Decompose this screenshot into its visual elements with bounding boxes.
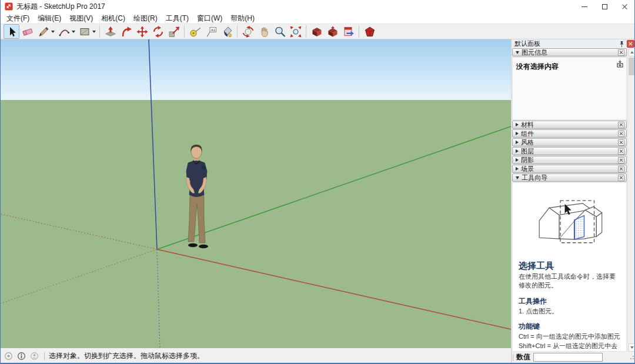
share-model-button[interactable] (325, 24, 340, 39)
line-tool-button[interactable] (35, 24, 51, 39)
line-dropdown-arrow[interactable] (51, 31, 55, 33)
instructor-header[interactable]: 工具向导 (512, 173, 627, 182)
menu-file[interactable]: 文件(F) (2, 13, 34, 24)
instructor-key-shift-ctrl: Shift+Ctrl = 从一组选定的图元中去掉某个图元 (519, 342, 621, 352)
extension-warehouse-icon (342, 25, 355, 38)
instructor-close-button[interactable] (618, 175, 624, 181)
claim-credit-icon[interactable] (17, 352, 26, 360)
section-close-button[interactable] (618, 166, 624, 172)
status-message: 选择对象。切换到扩充选择。拖动鼠标选择多项。 (49, 351, 204, 361)
expand-icon (516, 167, 519, 171)
scroll-up-button[interactable] (629, 48, 635, 56)
select-tool-button[interactable] (4, 24, 19, 39)
menu-tools[interactable]: 工具(T) (162, 13, 193, 24)
panel-scrollbar[interactable] (627, 48, 635, 352)
menu-edit[interactable]: 编辑(E) (34, 13, 65, 24)
instructor-title: 工具向导 (522, 173, 618, 182)
pin-icon[interactable] (619, 41, 625, 48)
section-styles[interactable]: 风格 (512, 138, 627, 146)
axis-green-dotted (1, 249, 157, 303)
sign-in-icon[interactable] (30, 352, 39, 360)
3d-warehouse-icon (310, 25, 323, 38)
minimize-icon (581, 6, 587, 7)
pencil-icon (37, 25, 50, 38)
toolbar-separator (359, 25, 359, 38)
scrollbar-thumb[interactable] (629, 58, 635, 75)
model-viewport[interactable] (1, 39, 511, 348)
section-close-button[interactable] (618, 122, 624, 128)
eraser-icon (21, 25, 34, 38)
menu-window[interactable]: 窗口(W) (193, 13, 226, 24)
section-components[interactable]: 组件 (512, 129, 627, 138)
measurements-input[interactable] (533, 353, 603, 362)
3d-warehouse-button[interactable] (309, 24, 325, 39)
orbit-tool-button[interactable] (240, 24, 256, 39)
section-shadows[interactable]: 阴影 (512, 156, 627, 164)
details-toggle-icon[interactable] (616, 60, 624, 68)
menu-draw[interactable]: 绘图(R) (129, 13, 162, 24)
instructor-operation-step: 1. 点击图元。 (519, 307, 621, 316)
arrow-up-icon (630, 51, 634, 54)
measurements-area: 数值 (511, 352, 635, 363)
extension-warehouse-button[interactable] (340, 24, 356, 39)
section-materials[interactable]: 材料 (512, 121, 627, 129)
eraser-tool-button[interactable] (19, 24, 35, 39)
layout-button[interactable] (362, 24, 377, 39)
expand-icon (516, 123, 519, 126)
paint-bucket-tool-button[interactable] (219, 24, 235, 39)
collapse-icon (516, 176, 519, 179)
section-close-button[interactable] (618, 157, 624, 163)
toolbar-separator (99, 25, 100, 38)
drawing-axes (1, 39, 511, 348)
menu-view[interactable]: 视图(V) (65, 13, 97, 24)
arc-tool-button[interactable] (56, 24, 72, 39)
instructor-body: 选择工具 在使用其他工具或命令时，选择要修改的图元。 工具操作 1. 点击图元。… (512, 182, 627, 352)
follow-me-tool-button[interactable] (118, 24, 134, 39)
entity-info-title: 图元信息 (522, 48, 618, 57)
sketchup-logo-icon (5, 2, 13, 11)
scale-figure-person[interactable] (175, 144, 217, 249)
default-tray-panel: 默认面板 图元信息 没有选择内容 材料 (511, 39, 635, 352)
tape-measure-tool-button[interactable] (187, 24, 203, 39)
text-label-icon: A1 (205, 25, 218, 38)
resize-grip[interactable] (630, 355, 634, 360)
move-tool-button[interactable] (134, 24, 150, 39)
push-pull-icon (104, 25, 117, 38)
rectangle-tool-button[interactable] (76, 24, 92, 39)
rectangle-dropdown-arrow[interactable] (92, 31, 96, 33)
geolocation-status-icon[interactable] (4, 352, 13, 360)
orbit-icon (242, 25, 255, 38)
maximize-button[interactable] (594, 0, 614, 13)
instructor-keys-title: 功能键 (519, 322, 621, 332)
entity-info-close-button[interactable] (618, 49, 624, 56)
rotate-tool-button[interactable] (150, 24, 166, 39)
scroll-down-button[interactable] (629, 343, 635, 352)
close-button[interactable] (614, 0, 634, 13)
arc-icon (58, 25, 71, 38)
section-close-button[interactable] (618, 131, 624, 137)
minimize-button[interactable] (574, 0, 594, 13)
entity-info-header[interactable]: 图元信息 (512, 48, 627, 56)
instructor-tool-name: 选择工具 (519, 261, 621, 272)
tray-close-button[interactable] (627, 40, 634, 48)
section-layers[interactable]: 图层 (512, 147, 627, 155)
section-close-button[interactable] (618, 148, 624, 155)
instructor-key-ctrl: Ctrl = 向一组选定的图元中添加图元 (519, 332, 621, 341)
section-scenes[interactable]: 场景 (512, 165, 627, 173)
share-model-icon (326, 25, 339, 38)
toolbar: A1 (1, 24, 634, 39)
close-icon (621, 4, 628, 10)
push-pull-tool-button[interactable] (102, 24, 118, 39)
zoom-extents-button[interactable] (288, 24, 303, 39)
text-tool-button[interactable]: A1 (203, 24, 219, 39)
menu-camera[interactable]: 相机(C) (97, 13, 129, 24)
title-bar: 无标题 - SketchUp Pro 2017 (1, 0, 634, 13)
pan-tool-button[interactable] (256, 24, 272, 39)
arc-dropdown-arrow[interactable] (72, 31, 75, 33)
menu-help[interactable]: 帮助(H) (226, 13, 259, 24)
no-selection-text: 没有选择内容 (516, 62, 559, 71)
section-close-button[interactable] (618, 139, 624, 146)
scale-tool-button[interactable] (166, 24, 182, 39)
svg-text:A1: A1 (210, 28, 215, 32)
zoom-tool-button[interactable] (272, 24, 288, 39)
